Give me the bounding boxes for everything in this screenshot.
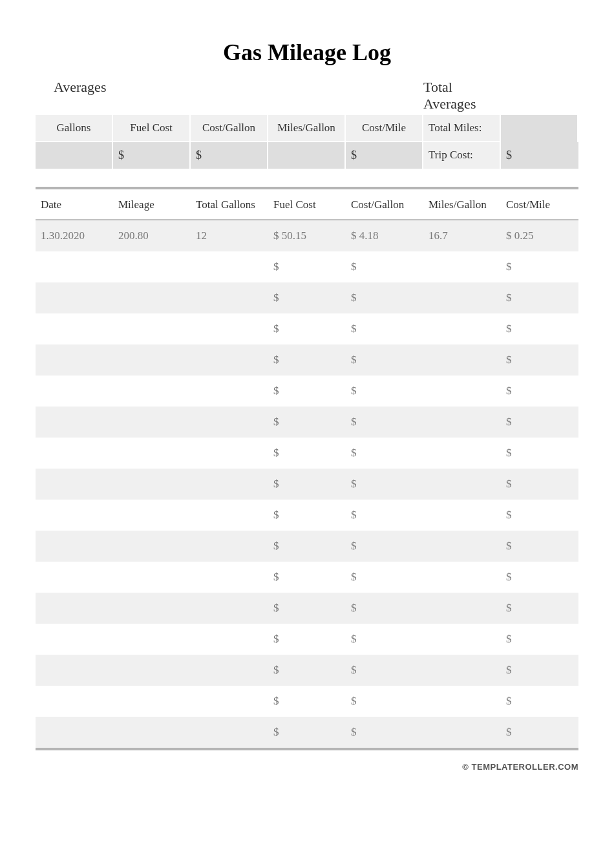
cell-cost-per-gallon: $: [346, 376, 423, 407]
cell-miles-per-gallon: [423, 717, 501, 748]
cell-date: [36, 469, 113, 500]
cell-cost-per-mile: $: [501, 344, 578, 376]
cell-miles-per-gallon: [423, 686, 501, 717]
cell-cost-per-mile: $: [501, 282, 578, 313]
cell-cost-per-gallon: $: [346, 344, 423, 376]
cell-cost-per-mile: $ 0.25: [501, 220, 578, 251]
cell-total-gallons: [191, 469, 268, 500]
cell-total-gallons: [191, 407, 268, 438]
cell-cost-per-mile: $: [501, 531, 578, 562]
col-header-cost-per-mile: Cost/Mile: [501, 189, 578, 219]
avg-miles-per-gallon-value: [268, 142, 346, 169]
cell-cost-per-gallon: $: [346, 562, 423, 593]
cell-date: [36, 313, 113, 344]
table-row: $$$: [36, 438, 578, 469]
cell-fuel-cost: $: [268, 655, 346, 686]
cell-total-gallons: [191, 717, 268, 748]
cell-total-gallons: [191, 251, 268, 282]
cell-miles-per-gallon: [423, 313, 501, 344]
avg-header-cost-per-gallon: Cost/Gallon: [191, 115, 268, 142]
cell-fuel-cost: $ 50.15: [268, 220, 346, 251]
cell-cost-per-gallon: $: [346, 686, 423, 717]
table-row: $$$: [36, 593, 578, 624]
cell-cost-per-gallon: $: [346, 251, 423, 282]
total-miles-value: [501, 115, 578, 142]
cell-cost-per-mile: $: [501, 407, 578, 438]
cell-date: [36, 344, 113, 376]
cell-mileage: [113, 686, 191, 717]
table-row: $$$: [36, 313, 578, 344]
col-header-miles-per-gallon: Miles/Gallon: [423, 189, 501, 219]
main-table-header-row: Date Mileage Total Gallons Fuel Cost Cos…: [36, 189, 578, 220]
cell-date: [36, 593, 113, 624]
cell-cost-per-gallon: $: [346, 313, 423, 344]
cell-fuel-cost: $: [268, 313, 346, 344]
cell-fuel-cost: $: [268, 407, 346, 438]
cell-fuel-cost: $: [268, 562, 346, 593]
cell-mileage: [113, 655, 191, 686]
cell-fuel-cost: $: [268, 593, 346, 624]
cell-mileage: [113, 531, 191, 562]
table-row: 1.30.2020200.8012$ 50.15$ 4.1816.7$ 0.25: [36, 220, 578, 251]
table-row: $$$: [36, 251, 578, 282]
cell-mileage: [113, 717, 191, 748]
cell-mileage: 200.80: [113, 220, 191, 251]
cell-cost-per-mile: $: [501, 469, 578, 500]
cell-date: [36, 438, 113, 469]
cell-miles-per-gallon: [423, 407, 501, 438]
cell-total-gallons: [191, 593, 268, 624]
trip-cost-value: $: [501, 142, 578, 169]
cell-miles-per-gallon: [423, 593, 501, 624]
cell-mileage: [113, 344, 191, 376]
col-header-total-gallons: Total Gallons: [191, 189, 268, 219]
page-title: Gas Mileage Log: [36, 39, 578, 66]
col-header-fuel-cost: Fuel Cost: [268, 189, 346, 219]
cell-cost-per-gallon: $: [346, 655, 423, 686]
avg-header-fuel-cost: Fuel Cost: [113, 115, 191, 142]
cell-date: [36, 500, 113, 531]
avg-fuel-cost-value: $: [113, 142, 191, 169]
avg-header-cost-per-mile: Cost/Mile: [346, 115, 423, 142]
cell-fuel-cost: $: [268, 624, 346, 655]
cell-cost-per-mile: $: [501, 686, 578, 717]
cell-mileage: [113, 562, 191, 593]
cell-cost-per-mile: $: [501, 500, 578, 531]
trip-cost-label: Trip Cost:: [423, 142, 501, 169]
cell-total-gallons: [191, 531, 268, 562]
cell-date: [36, 376, 113, 407]
cell-total-gallons: [191, 655, 268, 686]
cell-miles-per-gallon: [423, 469, 501, 500]
cell-date: 1.30.2020: [36, 220, 113, 251]
cell-mileage: [113, 313, 191, 344]
cell-date: [36, 655, 113, 686]
table-row: $$$: [36, 376, 578, 407]
avg-header-miles-per-gallon: Miles/Gallon: [268, 115, 346, 142]
cell-cost-per-mile: $: [501, 251, 578, 282]
cell-date: [36, 531, 113, 562]
cell-cost-per-gallon: $: [346, 282, 423, 313]
cell-mileage: [113, 438, 191, 469]
cell-date: [36, 407, 113, 438]
table-row: $$$: [36, 686, 578, 717]
cell-fuel-cost: $: [268, 717, 346, 748]
col-header-date: Date: [36, 189, 113, 219]
cell-fuel-cost: $: [268, 344, 346, 376]
cell-miles-per-gallon: [423, 376, 501, 407]
summary-section-headers: Averages Total Averages: [36, 79, 578, 112]
table-row: $$$: [36, 469, 578, 500]
cell-total-gallons: 12: [191, 220, 268, 251]
cell-miles-per-gallon: [423, 562, 501, 593]
cell-cost-per-mile: $: [501, 655, 578, 686]
cell-cost-per-mile: $: [501, 376, 578, 407]
cell-cost-per-gallon: $: [346, 438, 423, 469]
cell-cost-per-mile: $: [501, 624, 578, 655]
cell-total-gallons: [191, 282, 268, 313]
cell-fuel-cost: $: [268, 469, 346, 500]
col-header-mileage: Mileage: [113, 189, 191, 219]
avg-cost-per-gallon-value: $: [191, 142, 268, 169]
avg-cost-per-mile-value: $: [346, 142, 423, 169]
cell-cost-per-gallon: $ 4.18: [346, 220, 423, 251]
cell-total-gallons: [191, 500, 268, 531]
cell-mileage: [113, 282, 191, 313]
cell-mileage: [113, 376, 191, 407]
